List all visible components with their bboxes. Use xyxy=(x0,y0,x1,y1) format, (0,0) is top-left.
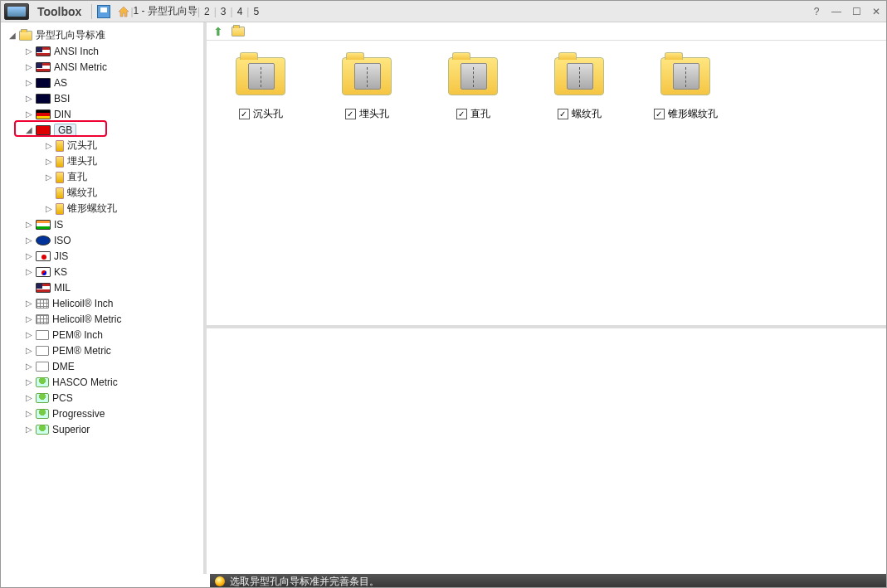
tree-twisty[interactable]: ▷ xyxy=(24,330,34,340)
tree-item-jis[interactable]: ▷JIS xyxy=(1,248,203,264)
tree-twisty[interactable]: ▷ xyxy=(24,78,34,88)
breadcrumb-current[interactable]: 1 - 异型孔向导 xyxy=(134,4,197,18)
tree-twisty[interactable]: ▷ xyxy=(44,141,54,151)
checkbox[interactable]: ✓ xyxy=(654,109,665,119)
main-area: ◢ 异型孔向导标准 ▷ANSI Inch▷ANSI Metric▷AS▷BSI▷… xyxy=(1,22,886,574)
tree-item-ks[interactable]: ▷KS xyxy=(1,264,203,279)
content-folder-直孔[interactable]: ✓直孔 xyxy=(444,57,502,121)
tab-slot-4[interactable]: 4 xyxy=(233,6,247,17)
tree-root-label: 异型孔向导标准 xyxy=(36,28,105,42)
tree-root[interactable]: ◢ 异型孔向导标准 xyxy=(1,27,203,43)
tree-twisty[interactable]: ▷ xyxy=(24,314,34,324)
tree-twisty[interactable]: ▷ xyxy=(24,46,34,56)
tree-item--[interactable]: ▷直孔 xyxy=(1,169,203,185)
tree-item-helicoil-inch[interactable]: ▷Helicoil® Inch xyxy=(1,295,203,311)
hole-icon xyxy=(56,203,64,215)
tree-item--[interactable]: ▷锥形螺纹孔 xyxy=(1,201,203,216)
tab-slot-3[interactable]: 3 xyxy=(217,6,231,17)
checkbox[interactable]: ✓ xyxy=(239,109,250,119)
folder-large-icon xyxy=(660,57,710,95)
tree-twisty[interactable]: ◢ xyxy=(24,125,34,135)
content-folder-埋头孔[interactable]: ✓埋头孔 xyxy=(338,57,396,121)
up-arrow-icon[interactable]: ⬆ xyxy=(213,26,227,37)
content-detail-pane[interactable] xyxy=(207,325,886,574)
close-icon[interactable]: ✕ xyxy=(869,5,884,18)
checkbox[interactable]: ✓ xyxy=(558,109,568,119)
content-folder-锥形螺纹孔[interactable]: ✓锥形螺纹孔 xyxy=(656,57,714,121)
minimize-icon[interactable]: — xyxy=(829,5,844,18)
tree-twisty[interactable]: ▷ xyxy=(24,299,34,309)
dme-icon xyxy=(36,362,49,372)
tree-item-label: Superior xyxy=(52,424,90,435)
content-body[interactable]: ✓沉头孔✓埋头孔✓直孔✓螺纹孔✓锥形螺纹孔 xyxy=(207,41,886,325)
app-title: Toolbox xyxy=(32,5,86,18)
folder-open-icon[interactable] xyxy=(231,27,245,36)
person-icon xyxy=(36,425,49,435)
tree-twisty[interactable]: ▷ xyxy=(44,157,54,167)
maximize-icon[interactable]: ☐ xyxy=(849,5,864,18)
checkbox[interactable]: ✓ xyxy=(345,109,356,119)
tree-twisty[interactable]: ▷ xyxy=(24,62,34,72)
tree-twisty[interactable]: ▷ xyxy=(24,425,34,435)
tree-twisty[interactable]: ▷ xyxy=(24,346,34,356)
flag-icon xyxy=(36,78,51,88)
tree-item-gb[interactable]: ◢GB xyxy=(1,122,203,138)
tree-item--[interactable]: ▷沉头孔 xyxy=(1,138,203,153)
tree-twisty[interactable]: ▷ xyxy=(24,267,34,277)
tree-item--[interactable]: ▷螺纹孔 xyxy=(1,185,203,201)
folder-large-icon xyxy=(448,57,498,95)
save-icon[interactable] xyxy=(97,5,110,18)
tree-item-label: 沉头孔 xyxy=(67,138,97,153)
tree-item-as[interactable]: ▷AS xyxy=(1,75,203,90)
folder-icon xyxy=(19,31,32,41)
flag-icon xyxy=(36,283,51,293)
tree-twisty[interactable]: ◢ xyxy=(7,31,17,41)
flag-icon xyxy=(36,94,51,104)
content-folder-螺纹孔[interactable]: ✓螺纹孔 xyxy=(550,57,608,121)
tab-slot-2[interactable]: 2 xyxy=(200,6,214,17)
tree-item-is[interactable]: ▷IS xyxy=(1,216,203,232)
home-icon[interactable] xyxy=(117,5,130,18)
tree-item-label: Helicoil® Metric xyxy=(52,313,122,325)
tree-item-label: GB xyxy=(54,124,76,137)
help-icon[interactable]: ? xyxy=(809,5,824,18)
checkbox[interactable]: ✓ xyxy=(456,109,467,119)
person-icon xyxy=(36,393,49,403)
tree-twisty[interactable]: ▷ xyxy=(24,377,34,387)
tree-item-label: MIL xyxy=(54,282,71,294)
tree-item-hasco-metric[interactable]: ▷HASCO Metric xyxy=(1,374,203,390)
tree-item-pem-metric[interactable]: ▷PEM® Metric xyxy=(1,343,203,358)
tree-item-dme[interactable]: ▷DME xyxy=(1,358,203,374)
tab-slot-5[interactable]: 5 xyxy=(249,6,263,17)
tree-twisty[interactable]: ▷ xyxy=(24,393,34,403)
tree-item-ansi-inch[interactable]: ▷ANSI Inch xyxy=(1,43,203,59)
tree-item--[interactable]: ▷埋头孔 xyxy=(1,153,203,169)
tree-item-pcs[interactable]: ▷PCS xyxy=(1,390,203,406)
tree-twisty[interactable]: ▷ xyxy=(24,409,34,419)
tree-twisty[interactable]: ▷ xyxy=(24,94,34,104)
tree-item-helicoil-metric[interactable]: ▷Helicoil® Metric xyxy=(1,311,203,327)
tree-item-label: JIS xyxy=(54,250,68,262)
flag-icon xyxy=(36,62,51,72)
tree-item-din[interactable]: ▷DIN xyxy=(1,106,203,122)
tree-twisty[interactable]: ▷ xyxy=(44,173,54,182)
tree-item-pem-inch[interactable]: ▷PEM® Inch xyxy=(1,327,203,343)
tree-item-bsi[interactable]: ▷BSI xyxy=(1,90,203,106)
titlebar: Toolbox | 1 - 异型孔向导 | 2 | 3 | 4 | 5 ? — … xyxy=(1,1,886,22)
tree-item-ansi-metric[interactable]: ▷ANSI Metric xyxy=(1,59,203,75)
tree-twisty[interactable]: ▷ xyxy=(24,362,34,372)
tree-twisty[interactable]: ▷ xyxy=(24,251,34,261)
tree-item-progressive[interactable]: ▷Progressive xyxy=(1,406,203,421)
tree-item-mil[interactable]: ▷MIL xyxy=(1,279,203,295)
tree-pane[interactable]: ◢ 异型孔向导标准 ▷ANSI Inch▷ANSI Metric▷AS▷BSI▷… xyxy=(1,22,207,574)
folder-large-icon xyxy=(236,57,285,95)
tree-item-label: BSI xyxy=(54,93,70,104)
tree-item-label: KS xyxy=(54,266,67,278)
content-folder-沉头孔[interactable]: ✓沉头孔 xyxy=(231,57,290,121)
tree-twisty[interactable]: ▷ xyxy=(24,109,34,119)
tree-twisty[interactable]: ▷ xyxy=(44,204,54,214)
tree-item-iso[interactable]: ▷ISO xyxy=(1,232,203,248)
tree-item-superior[interactable]: ▷Superior xyxy=(1,421,203,437)
tree-twisty[interactable]: ▷ xyxy=(24,236,34,245)
tree-twisty[interactable]: ▷ xyxy=(24,220,34,230)
